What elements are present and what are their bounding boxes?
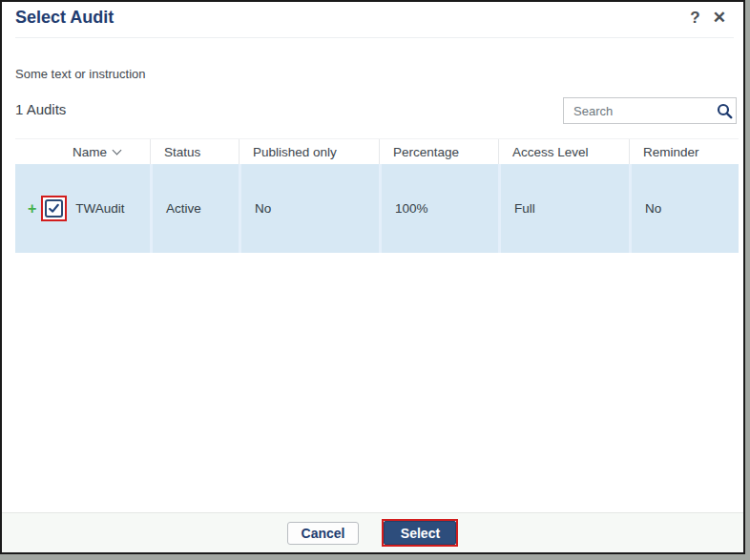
annotation-highlight-select: Select (382, 519, 458, 547)
cell-reminder: No (629, 164, 739, 253)
column-header-published-only[interactable]: Published only (239, 139, 379, 164)
cell-published-only: No (239, 164, 379, 253)
audits-table: Name Status Published only Percentage Ac… (15, 138, 739, 253)
select-button[interactable]: Select (384, 521, 456, 545)
cell-access-level: Full (498, 164, 629, 253)
search-box (563, 97, 737, 124)
cell-name: + TWAudit (15, 164, 150, 253)
select-audit-dialog: Select Audit ? ✕ Some text or instructio… (0, 0, 745, 554)
row-checkbox[interactable] (45, 199, 63, 218)
close-icon[interactable]: ✕ (713, 9, 726, 28)
column-header-name-label: Name (73, 145, 107, 159)
column-header-status[interactable]: Status (150, 139, 239, 164)
cell-status: Active (150, 164, 239, 253)
column-header-name[interactable]: Name (15, 139, 150, 164)
cell-percentage: 100% (379, 164, 498, 253)
add-plus-icon[interactable]: + (28, 201, 36, 217)
search-input[interactable] (564, 104, 713, 118)
annotation-highlight-checkbox (41, 196, 67, 221)
title-divider (15, 37, 734, 38)
table-header-row: Name Status Published only Percentage Ac… (15, 138, 739, 164)
cancel-button[interactable]: Cancel (287, 522, 360, 545)
dialog-header-icons: ? ✕ (690, 9, 726, 28)
help-icon[interactable]: ? (690, 9, 699, 28)
column-header-reminder[interactable]: Reminder (629, 139, 739, 164)
table-row[interactable]: + TWAudit Active No 100% Full No (15, 164, 739, 253)
audits-count-label: 1 Audits (15, 101, 66, 117)
audit-name: TWAudit (75, 201, 124, 216)
column-header-percentage[interactable]: Percentage (379, 139, 498, 164)
chevron-down-icon (113, 145, 122, 155)
instruction-text: Some text or instruction (15, 67, 146, 81)
column-header-access-level[interactable]: Access Level (498, 139, 629, 164)
search-icon[interactable] (713, 103, 736, 119)
dialog-title: Select Audit (15, 8, 114, 28)
dialog-footer: Cancel Select (2, 512, 743, 552)
